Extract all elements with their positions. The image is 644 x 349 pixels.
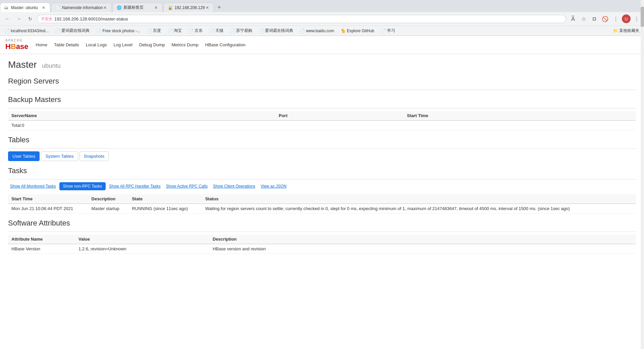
col-server-name: ServerName [8,111,275,120]
btn-show-client-ops[interactable]: Show Client Operations [211,183,257,190]
backup-masters-total: Total:0 [8,120,636,130]
region-servers-title: Region Servers [8,77,636,86]
tab-title-4: 192.168.206.129 [174,5,205,10]
nav-local-logs[interactable]: Local Logs [85,41,108,49]
bookmark-study[interactable]: 📄 学习 [379,27,397,34]
tab-close-1[interactable]: ✕ [41,5,46,11]
bookmark-iciba2[interactable]: 📄 爱词霸在线词典 [257,27,295,34]
tab-favicon-3: 🌐 [117,5,121,10]
task-row-0: Mon Jun 21 10:06:44 PDT 2021 Master star… [8,204,636,213]
tab-bar: 🗂 Master: ubuntu ✕ 📄 Namenode informatio… [0,0,644,12]
bookmark-freestockphotos[interactable]: 📄 Free stock photos -... [94,28,142,34]
browser-tab-4[interactable]: 🔒 192.168.206.129 ✕ [163,3,214,12]
btn-show-all-rpc-handler[interactable]: Show All RPC Handler Tasks [107,183,163,190]
security-warning: 不安全 [41,16,52,21]
bookmark-favicon: 📄 [300,29,305,33]
page-subtitle: ubuntu [42,62,60,69]
bookmark-folder-other[interactable]: 📁 某他收藏夹 [611,27,641,34]
browser-tab-1[interactable]: 🗂 Master: ubuntu ✕ [0,3,50,12]
bookmark-tianmao[interactable]: 📄 天猫 [207,27,225,34]
tables-divider [8,148,636,149]
tables-tab-buttons: User Tables System Tables Snapshots [8,151,636,161]
tasks-title: Tasks [8,166,636,175]
tab-title-1: Master: ubuntu [11,5,41,10]
nav-table-details[interactable]: Table Details [53,41,79,49]
star-icon[interactable]: ☆ [579,14,588,23]
bookmark-iciba1[interactable]: 📄 爱词霸在线词典 [53,27,92,34]
menu-icon[interactable]: ⋮ [632,14,641,23]
bookmark-favicon: 📄 [5,29,10,33]
bookmark-jingdong[interactable]: 📄 京东 [186,27,205,34]
attr-name: HBase Version [8,244,75,254]
hbase-text: HBase [5,42,29,51]
nav-debug-dump[interactable]: Debug Dump [139,41,166,49]
bookmark-label: 天猫 [215,28,223,34]
bookmark-baidu-icon[interactable]: 📄 百度 [145,27,163,34]
scrollbar-thumb[interactable] [641,7,644,27]
bookmark-label: 淘宝 [174,28,182,34]
hbase-logo: APACHE HBase [5,39,29,51]
tab-title-2: Namenode information [62,5,103,10]
bookmarks-bar: 📄 localhost:63343/ind... 📄 爱词霸在线词典 📄 Fre… [0,26,644,36]
software-header-row: Attribute Name Value Description [8,235,636,244]
col-description: Description [88,194,129,204]
task-state: RUNNING (since 11sec ago) [128,204,202,213]
bookmark-baidu-www[interactable]: 📄 www.baidu.com [298,28,336,34]
tasks-table: Start Time Description State Status Mon … [8,194,636,213]
btn-view-json[interactable]: View as JSON [259,183,288,190]
tab-close-4[interactable]: ✕ [205,5,210,11]
browser-tab-2[interactable]: 📄 Namenode information ✕ [51,3,112,12]
bookmark-github[interactable]: 🐈 Explore GitHub [339,28,376,34]
extension-icon[interactable]: ◘ [590,14,599,23]
tab-favicon-2: 📄 [55,5,60,10]
profile-icon[interactable]: U [622,14,631,23]
software-divider [8,232,636,232]
bookmark-favicon: 📄 [209,29,214,33]
bookmark-taobao[interactable]: 📄 淘宝 [166,27,184,34]
address-bar: ← → ↻ 不安全 192.168.206.128:60010/master-s… [0,12,644,26]
browser-tab-3[interactable]: 🌐 新建标签页 ✕ [112,3,163,12]
bookmark-label: 百度 [153,28,161,34]
new-tab-button[interactable]: + [215,3,224,12]
btn-show-non-rpc[interactable]: Show non-RPC Tasks [59,182,106,190]
btn-show-all-monitored[interactable]: Show All Monitored Tasks [8,183,58,190]
tab-user-tables[interactable]: User Tables [8,151,40,161]
backup-masters-title: Backup Masters [8,95,636,104]
nav-hbase-configuration[interactable]: HBase Configuration [205,41,246,49]
region-servers-divider [8,90,636,90]
tab-favicon-4: 🔒 [168,5,172,10]
apache-text: APACHE [5,39,29,42]
bookmark-label: Free stock photos -... [102,29,140,33]
adblock-icon[interactable]: 🚫 [600,14,610,23]
nav-log-level[interactable]: Log Level [113,41,133,49]
bookmark-favicon: 📄 [96,29,101,33]
bookmark-localhost[interactable]: 📄 localhost:63343/ind... [3,28,51,34]
tasks-divider [8,179,636,180]
settings-icon[interactable]: ⋮ [611,14,621,23]
col-attr-name: Attribute Name [8,235,75,244]
nav-metrics-dump[interactable]: Metrics Dump [171,41,199,49]
tab-system-tables[interactable]: System Tables [41,151,78,161]
btn-show-active-rpc[interactable]: Show Active RPC Calls [164,183,210,190]
hbase-navbar: APACHE HBase Home Table Details Local Lo… [0,36,644,54]
software-row-0: HBase Version 1.2.6, revision=Unknown HB… [8,244,636,254]
refresh-button[interactable]: ↻ [25,14,35,23]
bookmark-suning[interactable]: 📄 苏宁易购 [228,27,254,34]
back-button[interactable]: ← [3,14,12,23]
tab-snapshots[interactable]: Snapshots [79,151,109,161]
software-attributes-title: Software Attributes [8,219,636,228]
tab-close-2[interactable]: ✕ [103,5,107,11]
translate-icon[interactable]: A̅ [568,14,578,23]
bookmark-label: 苏宁易购 [236,28,252,34]
col-attr-value: Value [75,235,209,244]
page-title-main: Master [8,59,37,70]
scrollbar[interactable] [641,0,644,349]
bookmark-label: 京东 [195,28,203,34]
bookmark-label: www.baidu.com [306,29,334,33]
page-title: Master ubuntu [8,59,636,70]
attr-description: HBase version and revision [209,244,636,254]
url-box[interactable]: 不安全 192.168.206.128:60010/master-status [37,15,566,23]
nav-home[interactable]: Home [35,41,48,49]
tab-close-3[interactable]: ✕ [154,5,158,11]
forward-button[interactable]: → [14,14,23,23]
